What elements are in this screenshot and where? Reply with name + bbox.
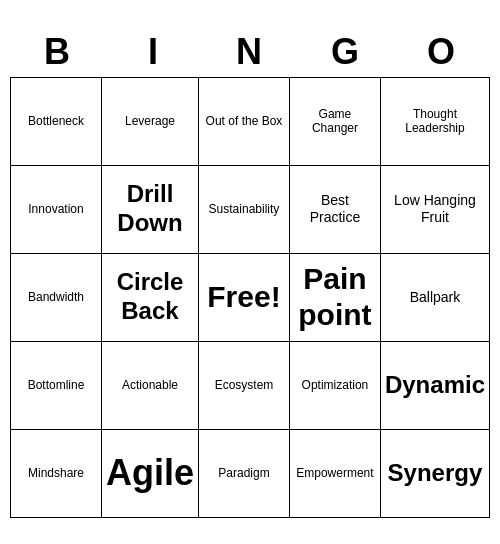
bingo-header: BINGO [10, 27, 490, 77]
bingo-cell: Optimization [290, 342, 381, 430]
bingo-grid: BottleneckLeverageOut of the BoxGame Cha… [10, 77, 490, 518]
cell-text: Paradigm [218, 466, 269, 480]
header-letter: B [10, 27, 106, 77]
bingo-cell: Bottomline [11, 342, 102, 430]
cell-text: Pain point [294, 261, 376, 333]
bingo-cell: Pain point [290, 254, 381, 342]
bingo-cell: Leverage [102, 78, 199, 166]
cell-text: Ballpark [410, 289, 461, 306]
bingo-cell: Low Hanging Fruit [381, 166, 490, 254]
header-letter: G [298, 27, 394, 77]
cell-text: Game Changer [294, 107, 376, 136]
cell-text: Bottomline [28, 378, 85, 392]
cell-text: Mindshare [28, 466, 84, 480]
header-letter: I [106, 27, 202, 77]
bingo-cell: Empowerment [290, 430, 381, 518]
bingo-cell: Actionable [102, 342, 199, 430]
bingo-cell: Thought Leadership [381, 78, 490, 166]
cell-text: Agile [106, 451, 194, 494]
bingo-card: BINGO BottleneckLeverageOut of the BoxGa… [10, 27, 490, 518]
bingo-cell: Out of the Box [199, 78, 290, 166]
bingo-cell: Bottleneck [11, 78, 102, 166]
bingo-cell: Agile [102, 430, 199, 518]
cell-text: Low Hanging Fruit [385, 192, 485, 226]
header-letter: N [202, 27, 298, 77]
cell-text: Bandwidth [28, 290, 84, 304]
bingo-cell: Bandwidth [11, 254, 102, 342]
bingo-cell: Free! [199, 254, 290, 342]
bingo-cell: Dynamic [381, 342, 490, 430]
cell-text: Innovation [28, 202, 83, 216]
cell-text: Optimization [302, 378, 369, 392]
bingo-cell: Drill Down [102, 166, 199, 254]
bingo-cell: Innovation [11, 166, 102, 254]
cell-text: Free! [207, 279, 280, 315]
bingo-cell: Sustainability [199, 166, 290, 254]
cell-text: Out of the Box [206, 114, 283, 128]
cell-text: Drill Down [106, 180, 194, 238]
bingo-cell: Ballpark [381, 254, 490, 342]
cell-text: Empowerment [296, 466, 373, 480]
cell-text: Circle Back [106, 268, 194, 326]
cell-text: Synergy [388, 459, 483, 488]
cell-text: Sustainability [209, 202, 280, 216]
cell-text: Bottleneck [28, 114, 84, 128]
bingo-cell: Circle Back [102, 254, 199, 342]
cell-text: Ecosystem [215, 378, 274, 392]
bingo-cell: Paradigm [199, 430, 290, 518]
bingo-cell: Best Practice [290, 166, 381, 254]
header-letter: O [394, 27, 490, 77]
cell-text: Actionable [122, 378, 178, 392]
bingo-cell: Synergy [381, 430, 490, 518]
cell-text: Dynamic [385, 371, 485, 400]
bingo-cell: Ecosystem [199, 342, 290, 430]
bingo-cell: Game Changer [290, 78, 381, 166]
cell-text: Leverage [125, 114, 175, 128]
cell-text: Thought Leadership [385, 107, 485, 136]
cell-text: Best Practice [294, 192, 376, 226]
bingo-cell: Mindshare [11, 430, 102, 518]
